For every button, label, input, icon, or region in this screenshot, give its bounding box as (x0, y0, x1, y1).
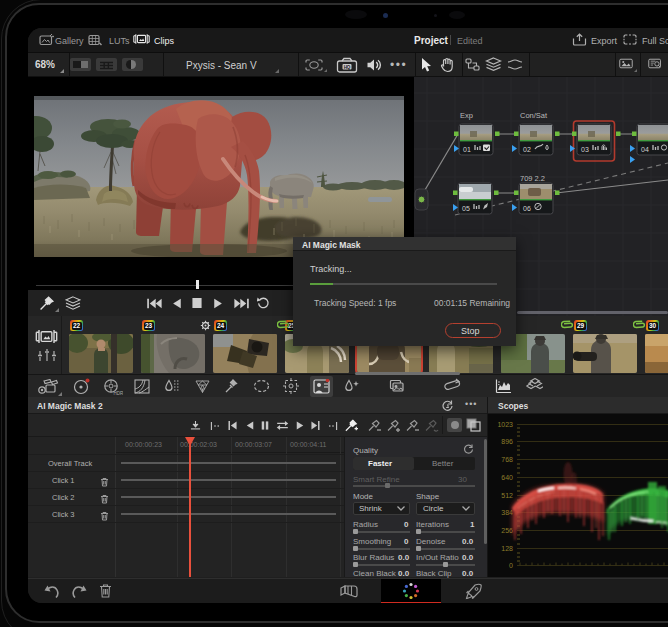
svg-text:384: 384 (501, 509, 513, 516)
svg-text:01: 01 (463, 146, 471, 153)
svg-text:HQ: HQ (344, 65, 351, 70)
svg-text:05: 05 (462, 205, 470, 212)
svg-text:1023: 1023 (497, 421, 513, 428)
svg-text:04: 04 (641, 146, 649, 153)
svg-text:640: 640 (501, 474, 513, 481)
svg-text:06: 06 (523, 205, 531, 212)
svg-text:709 2.2: 709 2.2 (520, 174, 545, 183)
svg-text:256: 256 (501, 527, 513, 534)
svg-text:Exp: Exp (460, 111, 473, 120)
svg-text:512: 512 (501, 492, 513, 499)
svg-text:02: 02 (523, 146, 531, 153)
svg-text:896: 896 (501, 438, 513, 445)
svg-text:03: 03 (581, 146, 589, 153)
svg-text:Con/Sat: Con/Sat (520, 111, 548, 120)
svg-text:0: 0 (509, 562, 513, 569)
svg-text:768: 768 (501, 456, 513, 463)
svg-text:128: 128 (501, 545, 513, 552)
svg-text:HDR: HDR (114, 391, 124, 396)
